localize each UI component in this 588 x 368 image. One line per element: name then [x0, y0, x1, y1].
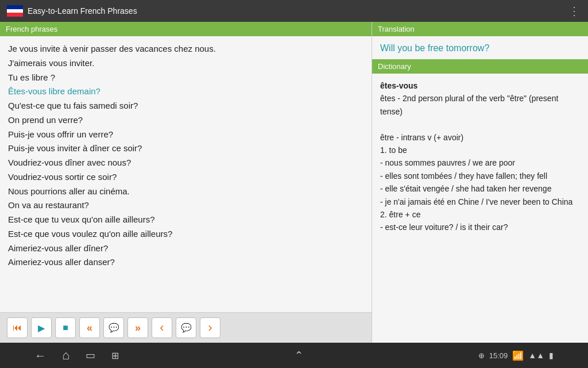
stop-button[interactable]: ■: [55, 317, 76, 338]
back-button[interactable]: ←: [34, 349, 46, 362]
recent-button[interactable]: ▭: [86, 349, 95, 362]
next-button[interactable]: ›: [200, 317, 220, 338]
phrase-item[interactable]: Nous pourrions aller au cinéma.: [8, 185, 363, 199]
phrase-item[interactable]: Puis-je vous inviter à dîner ce soir?: [8, 141, 363, 156]
play-button[interactable]: ▶: [31, 317, 52, 338]
phrases-list[interactable]: Je vous invite à venir passer des vacanc…: [0, 36, 372, 312]
status-alert-icon: ⊕: [478, 351, 485, 360]
dict-line: êtes-vous: [380, 79, 580, 92]
dict-line: - nous sommes pauvres / we are poor: [380, 156, 580, 169]
phrase-item[interactable]: J'aimerais vous inviter.: [8, 56, 363, 71]
top-bar: Easy-to-Learn French Phrases ⋮: [0, 0, 588, 22]
wifi-icon: 📶: [512, 350, 524, 361]
french-flag-icon: [7, 5, 23, 17]
signal-icon: ▲▲: [528, 351, 544, 360]
dict-line: - je n'ai jamais été en Chine / I've nev…: [380, 195, 580, 208]
dict-line: 1. to be: [380, 144, 580, 156]
phrase-item[interactable]: Êtes-vous libre demain?: [8, 85, 363, 99]
dict-line: - elles sont tombées / they have fallen;…: [380, 170, 580, 182]
battery-icon: ▮: [549, 351, 554, 360]
bottom-bar: ← ⌂ ▭ ⊞ ⌃ ⊕ 15:09 📶 ▲▲ ▮: [0, 343, 588, 368]
phrase-item[interactable]: Aimeriez-vous aller dîner?: [8, 241, 363, 256]
time-display: 15:09: [489, 351, 508, 360]
phrases-header: French phrases: [0, 22, 372, 36]
dictionary-content: êtes-vousêtes - 2nd person plural of the…: [372, 74, 588, 343]
phrase-item[interactable]: Je vous invite à venir passer des vacanc…: [8, 42, 363, 56]
prev-button[interactable]: ‹: [152, 317, 172, 338]
status-area: ⊕ 15:09 📶 ▲▲ ▮: [478, 350, 554, 361]
phrase-item[interactable]: Aimeriez-vous aller danser?: [8, 255, 363, 270]
app-title: Easy-to-Learn French Phrases: [28, 6, 137, 16]
home-button[interactable]: ⌂: [62, 348, 69, 363]
dictionary-header: Dictionary: [372, 59, 588, 74]
dict-line: êtes - 2nd person plural of the verb "êt…: [380, 92, 580, 118]
forward-button[interactable]: »: [127, 317, 148, 338]
menu-icon[interactable]: ⋮: [568, 4, 581, 18]
dict-line: [380, 118, 580, 131]
phrase-item[interactable]: Qu'est-ce que tu fais samedi soir?: [8, 99, 363, 113]
right-panel: Translation Will you be free tomorrow? D…: [372, 22, 588, 343]
dict-line: 2. être + ce: [380, 208, 580, 221]
dict-line: - elle s'était vengée / she had taken he…: [380, 182, 580, 195]
app-title-area: Easy-to-Learn French Phrases: [7, 5, 137, 17]
phrase-item[interactable]: On va au restaurant?: [8, 198, 363, 213]
phrase-item[interactable]: On prend un verre?: [8, 113, 363, 128]
translation-text: Will you be free tomorrow?: [372, 36, 588, 59]
controls-bar: ⏮ ▶ ■ « 💬 » ‹ 💬 ›: [0, 312, 372, 343]
phrase-item[interactable]: Tu es libre ?: [8, 71, 363, 85]
phrase-item[interactable]: Est-ce que vous voulez qu'on aille aille…: [8, 227, 363, 241]
translation-header: Translation: [372, 22, 588, 36]
rewind-button[interactable]: «: [79, 317, 100, 338]
left-panel: French phrases Je vous invite à venir pa…: [0, 22, 372, 343]
dict-line: être - intrans v (+ avoir): [380, 131, 580, 144]
speech2-button[interactable]: 💬: [176, 317, 196, 338]
phrase-item[interactable]: Voudriez-vous dîner avec nous?: [8, 156, 363, 170]
first-button[interactable]: ⏮: [7, 317, 28, 338]
phrase-item[interactable]: Voudriez-vous sortir ce soir?: [8, 170, 363, 185]
phrase-item[interactable]: Est-ce que tu veux qu'on aille ailleurs?: [8, 213, 363, 227]
dict-line: - est-ce leur voiture? / is it their car…: [380, 221, 580, 233]
main-content: French phrases Je vous invite à venir pa…: [0, 22, 588, 343]
speech1-button[interactable]: 💬: [103, 317, 124, 338]
grid-button[interactable]: ⊞: [111, 350, 119, 361]
phrase-item[interactable]: Puis-je vous offrir un verre?: [8, 128, 363, 142]
chevron-up-button[interactable]: ⌃: [295, 349, 303, 362]
